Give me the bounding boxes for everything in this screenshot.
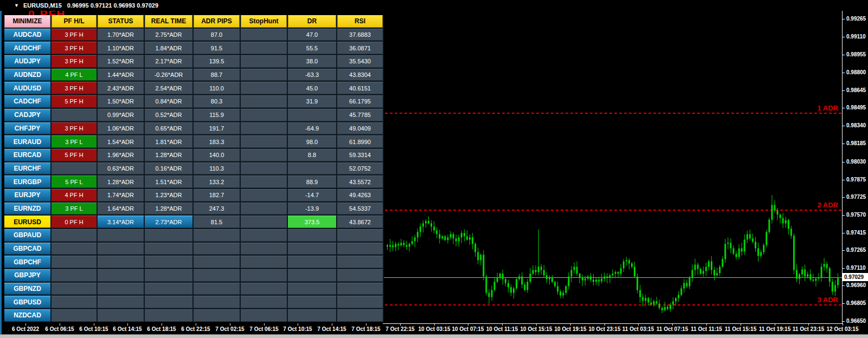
- rsi-cell-cadjpy: 45.7785: [337, 109, 383, 121]
- adrpips-cell-cadchf: 80.3: [194, 95, 240, 108]
- price-tick-label: 0.97265: [846, 248, 866, 253]
- pair-button-chfjpy[interactable]: CHFJPY: [4, 122, 50, 135]
- status-cell-gbpchf: [98, 256, 144, 268]
- pair-button-cadchf[interactable]: CADCHF: [4, 95, 50, 108]
- pair-button-audnzd[interactable]: AUDNZD: [4, 69, 50, 81]
- pair-button-eurchf[interactable]: EURCHF: [4, 162, 50, 175]
- stophunt-cell-audusd: [241, 82, 287, 94]
- pair-button-nzdcad[interactable]: NZDCAD: [4, 309, 50, 322]
- time-tick-mark: [434, 323, 435, 326]
- status-cell-eurcad: 1.96*ADR: [98, 149, 144, 161]
- pair-button-gbpcad[interactable]: GBPCAD: [4, 243, 50, 255]
- realtime-cell-eurnzd: 1.28*ADR: [145, 203, 192, 215]
- time-tick-mark: [162, 323, 162, 326]
- status-cell-eurgbp: 1.28*ADR: [98, 176, 144, 188]
- pair-button-audchf[interactable]: AUDCHF: [4, 42, 50, 54]
- stophunt-cell-audchf: [241, 42, 287, 54]
- status-cell-chfjpy: 1.06*ADR: [98, 122, 144, 135]
- time-tick-mark: [706, 323, 707, 326]
- pair-button-eurgbp[interactable]: EURGBP: [4, 176, 50, 188]
- rsi-cell-euraud: 61.8990: [337, 135, 383, 148]
- time-tick-mark: [570, 323, 571, 326]
- dr-cell-cadchf: 31.9: [288, 95, 336, 108]
- pair-button-gbpaud[interactable]: GBPAUD: [4, 229, 50, 242]
- status-cell-gbpusd: [98, 296, 144, 308]
- pf-cell-gbpusd: [52, 296, 97, 308]
- rsi-cell-gbpchf: [337, 256, 383, 268]
- dr-cell-eurnzd: -13.9: [288, 203, 336, 215]
- adrpips-cell-audnzd: 88.7: [194, 69, 240, 81]
- pf-cell-audcad: 3 PF H: [52, 29, 97, 41]
- time-tick-label: 11 Oct 11:15: [691, 326, 722, 332]
- realtime-cell-audjpy: 2.17*ADR: [145, 55, 192, 68]
- price-tick-label: 0.97725: [846, 194, 866, 200]
- pair-button-audcad[interactable]: AUDCAD: [4, 29, 50, 41]
- dr-cell-audchf: 55.5: [288, 42, 336, 54]
- time-tick-mark: [127, 323, 128, 326]
- header-real-time[interactable]: REAL TIME: [145, 15, 192, 28]
- rsi-cell-audcad: 37.6883: [337, 29, 383, 41]
- status-cell-eurusd: 3.14*ADR: [98, 216, 144, 228]
- price-tick-mark: [842, 233, 845, 233]
- adrpips-cell-gbpaud: [194, 229, 240, 242]
- price-tick-mark: [842, 250, 845, 251]
- pf-cell-eurcad: 5 PF H: [52, 149, 97, 161]
- pair-button-eurusd[interactable]: EURUSD: [4, 216, 50, 228]
- stophunt-cell-gbpnzd: [241, 283, 287, 295]
- realtime-cell-eurchf: 0.16*ADR: [145, 162, 192, 175]
- window-left-edge: [0, 11, 2, 334]
- pair-button-gbpnzd[interactable]: GBPNZD: [4, 283, 50, 295]
- price-tick-label: 0.96650: [846, 318, 866, 324]
- stophunt-cell-audnzd: [241, 69, 287, 81]
- pf-cell-gbpaud: [52, 229, 97, 242]
- time-tick-label: 11 Oct 03:15: [622, 326, 654, 332]
- pair-button-euraud[interactable]: EURAUD: [4, 135, 50, 148]
- pf-cell-gbpjpy: [52, 269, 97, 282]
- adrpips-cell-gbpcad: [194, 243, 240, 255]
- minimize-button[interactable]: MINIMIZE: [4, 15, 50, 28]
- pair-button-gbpchf[interactable]: GBPCHF: [4, 256, 50, 268]
- chevron-down-icon[interactable]: ▼: [14, 3, 19, 8]
- adrpips-cell-eurusd: 81.5: [194, 216, 240, 228]
- pf-cell-cadchf: 5 PF H: [52, 95, 97, 108]
- pair-button-audusd[interactable]: AUDUSD: [4, 82, 50, 94]
- stophunt-cell-audcad: [241, 29, 287, 41]
- time-tick-label: 11 Oct 07:15: [657, 326, 688, 332]
- header-rsi[interactable]: RSI: [337, 15, 383, 28]
- dr-cell-gbpchf: [288, 256, 336, 268]
- time-tick-mark: [332, 323, 332, 326]
- rsi-cell-gbpaud: [337, 229, 383, 242]
- pair-button-eurcad[interactable]: EURCAD: [4, 149, 50, 161]
- pair-button-eurnzd[interactable]: EURNZD: [4, 203, 50, 215]
- realtime-cell-nzdcad: [145, 309, 192, 322]
- chart-ohlc-quotes: 0.96995 0.97121 0.96993 0.97029: [67, 2, 158, 9]
- time-tick-label: 11 Oct 23:15: [793, 326, 824, 332]
- pf-cell-gbpnzd: [52, 283, 97, 295]
- pf-cell-audnzd: 4 PF L: [52, 69, 97, 81]
- rsi-cell-gbpusd: [337, 296, 383, 308]
- header-status[interactable]: STATUS: [98, 15, 144, 28]
- pair-button-eurjpy[interactable]: EURJPY: [4, 189, 50, 202]
- pair-button-gbpusd[interactable]: GBPUSD: [4, 296, 50, 308]
- realtime-cell-audcad: 2.75*ADR: [145, 29, 192, 41]
- dr-cell-chfjpy: -64.9: [288, 122, 336, 135]
- time-tick-mark: [502, 323, 503, 326]
- pair-button-cadjpy[interactable]: CADJPY: [4, 109, 50, 121]
- header-adr-pips[interactable]: ADR PIPS: [194, 15, 240, 28]
- adrpips-cell-eurnzd: 247.3: [194, 203, 240, 215]
- time-axis-line: [383, 323, 843, 324]
- price-tick-label: 0.97570: [846, 212, 866, 218]
- time-tick-label: 11 Oct 19:15: [759, 326, 790, 332]
- stophunt-cell-eurcad: [241, 149, 287, 161]
- time-tick-label: 10 Oct 15:15: [520, 326, 552, 332]
- price-tick-mark: [842, 180, 845, 180]
- header-pf-h-l[interactable]: PF H/L: [52, 15, 97, 28]
- time-tick-mark: [25, 323, 26, 326]
- pair-button-audjpy[interactable]: AUDJPY: [4, 55, 50, 68]
- rsi-cell-eurcad: 59.3314: [337, 149, 383, 161]
- header-dr[interactable]: DR: [288, 15, 336, 28]
- stophunt-cell-eurjpy: [241, 189, 287, 202]
- adr-level-label-2: 2 ADR: [817, 201, 838, 209]
- pair-button-gbpjpy[interactable]: GBPJPY: [4, 269, 50, 282]
- header-stophunt[interactable]: StopHunt: [241, 15, 287, 28]
